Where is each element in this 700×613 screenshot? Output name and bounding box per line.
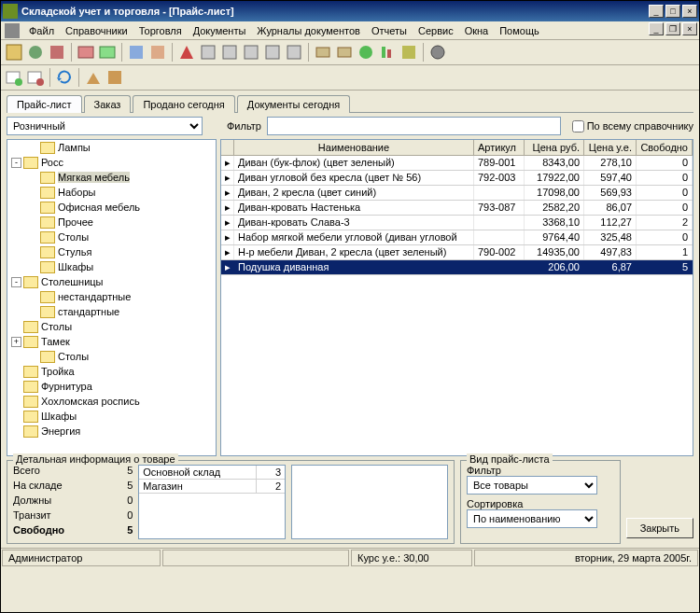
tb-icon[interactable] — [48, 43, 66, 62]
tree-node[interactable]: Мягкая мебель — [7, 170, 216, 185]
tb-icon[interactable] — [105, 68, 124, 87]
tree-node[interactable]: Офисная мебель — [7, 200, 216, 215]
tree-node[interactable]: Столы — [7, 230, 216, 244]
detail-panel: Детальная информация о товаре Всего5На с… — [7, 460, 455, 544]
warehouse-row[interactable]: Основной склад3 — [139, 466, 285, 480]
tab[interactable]: Прайс-лист — [7, 95, 82, 113]
grid-row[interactable]: ▸Диван, 2 кресла (цвет синий)17098,00569… — [221, 186, 693, 201]
tree-node[interactable]: -Росс — [7, 155, 216, 170]
tree-node[interactable]: нестандартные — [7, 289, 216, 304]
category-tree[interactable]: Лампы-РоссМягкая мебельНаборыОфисная меб… — [7, 139, 217, 456]
tb-icon[interactable] — [98, 43, 117, 62]
stock-table[interactable]: Основной склад3Магазин2 — [138, 465, 286, 539]
tree-expander[interactable]: - — [11, 158, 21, 168]
maximize-button[interactable]: □ — [665, 5, 680, 18]
tab[interactable]: Документы сегодня — [237, 95, 350, 113]
tree-node[interactable]: Столы — [7, 349, 216, 364]
grid-row[interactable]: ▸Диван-кровать Настенька793-0872582,2086… — [221, 201, 693, 216]
tree-node[interactable]: Шкафы — [7, 259, 216, 274]
tb-icon[interactable] — [399, 43, 418, 62]
grid-row[interactable]: ▸Н-р мебели Диван, 2 кресла (цвет зелены… — [221, 245, 693, 260]
tb-icon[interactable] — [84, 68, 103, 87]
stock-row: Транзит0 — [13, 509, 133, 524]
tb-icon[interactable] — [177, 43, 196, 62]
grid-header[interactable]: Цена руб. — [525, 140, 584, 155]
minimize-button[interactable]: _ — [649, 5, 664, 18]
tree-expander[interactable]: + — [11, 337, 21, 347]
tree-node[interactable]: Лампы — [7, 140, 216, 155]
price-type-select[interactable]: Розничный — [7, 117, 203, 135]
grid-row[interactable]: ▸Диван угловой без кресла (цвет № 56)792… — [221, 171, 693, 186]
grid-header[interactable]: Свободно — [637, 140, 693, 155]
menu-item[interactable]: Окна — [459, 23, 495, 38]
tree-node[interactable]: Фурнитура — [7, 379, 216, 394]
tb-icon[interactable] — [242, 43, 260, 62]
grid-header[interactable]: Артикул — [474, 140, 525, 155]
grid-row[interactable]: ▸Диван (бук-флок) (цвет зеленый)789-0018… — [221, 156, 693, 171]
menu-item[interactable]: Файл — [23, 23, 60, 38]
menu-item[interactable]: Сервис — [413, 23, 459, 38]
grid-row[interactable]: ▸Диван-кровать Слава-33368,10112,272 — [221, 216, 693, 230]
tb-icon[interactable] — [263, 43, 282, 62]
grid-row[interactable]: ▸Подушка диванная206,006,875 — [221, 260, 693, 275]
warehouse-row[interactable]: Магазин2 — [139, 480, 285, 494]
menu-item[interactable]: Помощь — [494, 23, 545, 38]
tb-icon[interactable] — [77, 43, 95, 62]
menu-item[interactable]: Документы — [188, 23, 252, 38]
folder-icon — [40, 231, 55, 244]
tree-node[interactable]: Прочее — [7, 215, 216, 230]
svg-rect-18 — [382, 47, 385, 58]
grid-header[interactable]: Наименование — [234, 140, 474, 155]
stock-row: Свободно5 — [13, 524, 133, 539]
tree-node[interactable]: Наборы — [7, 185, 216, 200]
tb-icon[interactable] — [148, 43, 167, 62]
mdi-close-button[interactable]: × — [682, 22, 697, 35]
refresh-icon[interactable] — [55, 68, 74, 87]
tb-icon[interactable] — [127, 43, 146, 62]
tb-icon[interactable] — [357, 43, 375, 62]
menu-item[interactable]: Отчеты — [366, 23, 413, 38]
close-button[interactable]: × — [682, 5, 697, 18]
filter-input[interactable] — [267, 117, 561, 135]
view-filter-select[interactable]: Все товары — [467, 476, 597, 495]
mdi-minimize-button[interactable]: _ — [649, 22, 664, 35]
tree-node[interactable]: Энергия — [7, 424, 216, 439]
tree-node[interactable]: Шкафы — [7, 409, 216, 424]
menu-item[interactable]: Справочники — [60, 23, 133, 38]
tb-icon[interactable] — [26, 43, 45, 62]
tb-icon[interactable] — [335, 43, 354, 62]
tree-node[interactable]: Тройка — [7, 364, 216, 379]
tree-node[interactable]: Хохломская роспись — [7, 394, 216, 409]
tb-icon[interactable] — [428, 43, 447, 62]
svg-point-23 — [15, 78, 22, 86]
full-directory-checkbox[interactable]: По всему справочнику — [572, 120, 693, 132]
tree-node[interactable]: -Столешницы — [7, 274, 216, 289]
grid-header[interactable]: Цена у.е. — [584, 140, 637, 155]
tb-icon[interactable] — [220, 43, 239, 62]
folder-icon — [40, 291, 55, 303]
tree-expander[interactable]: - — [11, 277, 21, 287]
menu-item[interactable]: Торговля — [133, 23, 188, 38]
menu-item[interactable]: Журналы документов — [251, 23, 366, 38]
mdi-restore-button[interactable]: ❐ — [665, 22, 680, 35]
tb-icon[interactable] — [5, 68, 23, 87]
tree-node[interactable]: Столы — [7, 319, 216, 334]
view-sort-select[interactable]: По наименованию — [467, 509, 597, 528]
tb-icon[interactable] — [314, 43, 332, 62]
tb-icon[interactable] — [285, 43, 303, 62]
tb-icon[interactable] — [26, 68, 45, 87]
grid-header[interactable] — [221, 140, 234, 155]
tb-icon[interactable] — [5, 43, 23, 62]
tree-node[interactable]: Стулья — [7, 244, 216, 259]
tree-node[interactable]: +Тамек — [7, 334, 216, 349]
grid-row[interactable]: ▸Набор мягкой мебели угловой (диван угло… — [221, 230, 693, 245]
tab[interactable]: Заказ — [84, 95, 132, 113]
tb-icon[interactable] — [378, 43, 397, 62]
svg-rect-7 — [130, 46, 143, 59]
tb-icon[interactable] — [199, 43, 217, 62]
tab[interactable]: Продано сегодня — [133, 95, 234, 113]
close-button[interactable]: Закрыть — [626, 518, 693, 538]
svg-point-17 — [359, 46, 372, 59]
product-grid[interactable]: НаименованиеАртикулЦена руб.Цена у.е.Сво… — [220, 139, 693, 456]
tree-node[interactable]: стандартные — [7, 304, 216, 319]
